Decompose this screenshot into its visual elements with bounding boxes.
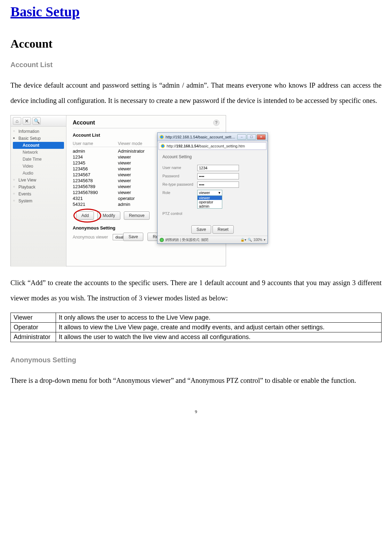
remove-button[interactable]: Remove (124, 211, 150, 220)
sidebar-item-system[interactable]: System (11, 198, 66, 204)
help-icon[interactable]: ? (213, 120, 219, 126)
sidebar-sub-account[interactable]: Account (13, 142, 64, 149)
status-text: 網際網路 | 受保護模式: 關閉 (165, 237, 208, 242)
globe-icon (160, 238, 164, 242)
desc-cell: It allows the user to watch the live vie… (56, 332, 382, 342)
popup-url: http://192.168.1.54/basic_account_settin… (167, 144, 245, 148)
maximize-icon[interactable]: ☐ (247, 134, 256, 140)
sidebar-sub-video[interactable]: Video (11, 163, 66, 170)
desc-cell: It only allows the user to access to the… (56, 313, 382, 323)
cell-mode: viewer (118, 190, 131, 195)
section-heading: Account (10, 37, 382, 50)
cell-user: 123456789 (73, 184, 118, 189)
popup-titlebar-text: http://192.168.1.54/basic_account_settin… (166, 135, 236, 139)
username-field[interactable]: 1234 (197, 165, 239, 171)
home-icon[interactable]: ⌂ (13, 117, 21, 125)
page-number: 9 (10, 409, 382, 414)
table-row: Viewer It only allows the user to access… (11, 313, 382, 323)
retype-field[interactable]: •••• (197, 182, 239, 188)
cell-mode: viewer (118, 154, 131, 160)
ie-icon (160, 144, 165, 148)
tools-icon[interactable]: ✕ (23, 117, 31, 125)
col-username: User name (73, 141, 118, 146)
password-label: Password (162, 173, 197, 178)
sidebar-item-playback[interactable]: Playback (11, 184, 66, 191)
sidebar-list: Information Basic Setup Account Network … (11, 127, 66, 206)
cell-user: 12345678 (73, 178, 118, 183)
role-table: Viewer It only allows the user to access… (10, 313, 382, 342)
role-cell: Viewer (11, 313, 56, 323)
cell-user: 123456 (73, 166, 118, 171)
screenshot-composite: ⌂ ✕ 🔍 Information Basic Setup Account Ne… (10, 115, 226, 268)
cell-mode: operator (118, 196, 135, 201)
chevron-down-icon[interactable]: ▾ (264, 238, 265, 242)
paragraph-anonymous: There is a drop-down menu for both “Anon… (10, 373, 382, 388)
cell-user: 1234567 (73, 172, 118, 177)
cell-user: 12345 (73, 160, 118, 166)
role-select[interactable]: viewer▾ viewer operator admin (197, 190, 222, 209)
cell-mode: viewer (118, 166, 131, 171)
role-option-viewer[interactable]: viewer (198, 196, 222, 200)
desc-cell: It allows to view the Live View page, cr… (56, 323, 382, 332)
zoom-icon[interactable]: 🔍 (248, 238, 252, 242)
role-cell: Operator (11, 323, 56, 332)
close-icon[interactable]: ✕ (257, 134, 266, 140)
cell-user: 1234 (73, 154, 118, 160)
sidebar: ⌂ ✕ 🔍 Information Basic Setup Account Ne… (11, 115, 66, 267)
paragraph-intro: The device default account and password … (10, 78, 382, 108)
popup-titlebar[interactable]: http://192.168.1.54/basic_account_settin… (158, 133, 267, 141)
zoom-text: 100% (253, 238, 262, 242)
cell-user: 54321 (73, 202, 118, 207)
sidebar-toolbar: ⌂ ✕ 🔍 (11, 115, 66, 127)
cell-mode: admin (118, 202, 130, 207)
save-button[interactable]: Save (123, 233, 143, 241)
table-row: Operator It allows to view the Live View… (11, 323, 382, 332)
role-selected-text: viewer (199, 191, 210, 195)
subsection-account-list: Account List (10, 61, 382, 69)
cell-mode: Administrator (118, 148, 145, 154)
cell-mode: viewer (118, 184, 131, 189)
cell-mode: viewer (118, 160, 131, 166)
popup-heading: Account Setting (162, 154, 263, 161)
ie-icon (159, 135, 164, 139)
role-label: Role (162, 190, 197, 195)
popup-urlbar[interactable]: http://192.168.1.54/basic_account_settin… (159, 142, 266, 150)
popup-statusbar: 網際網路 | 受保護模式: 關閉 🔒▾ 🔍 100% ▾ (158, 236, 267, 243)
cell-user: admin (73, 148, 118, 154)
ptz-label: PTZ control (162, 211, 197, 216)
sidebar-item-liveview[interactable]: Live View (11, 177, 66, 184)
security-icon[interactable]: 🔒▾ (240, 238, 246, 242)
search-icon[interactable]: 🔍 (32, 117, 41, 125)
content-title-text: Account (73, 120, 95, 126)
sidebar-sub-network[interactable]: Network (11, 149, 66, 156)
cell-mode: viewer (118, 178, 131, 183)
password-field[interactable]: •••• (197, 173, 239, 179)
cell-user: 1234567890 (73, 190, 118, 195)
subsection-anonymous: Anonymous Setting (10, 356, 382, 364)
role-cell: Administrator (11, 332, 56, 342)
page-title: Basic Setup (10, 3, 382, 20)
table-row: Administrator It allows the user to watc… (11, 332, 382, 342)
role-option-admin[interactable]: admin (198, 204, 222, 208)
sidebar-sub-audio[interactable]: Audio (11, 170, 66, 177)
popup-save-button[interactable]: Save (191, 225, 211, 234)
popup-window: http://192.168.1.54/basic_account_settin… (157, 132, 268, 244)
col-viewermode: Viewer mode (118, 141, 142, 146)
cell-user: 4321 (73, 196, 118, 201)
popup-reset-button[interactable]: Reset (213, 225, 234, 234)
retype-label: Re-type password (162, 182, 197, 186)
sidebar-item-information[interactable]: Information (11, 128, 66, 135)
chevron-down-icon: ▾ (218, 191, 221, 195)
minimize-icon[interactable]: – (237, 134, 246, 140)
role-option-operator[interactable]: operator (198, 200, 222, 204)
username-label: User name (162, 165, 197, 170)
cell-mode: viewer (118, 172, 131, 177)
sidebar-item-basic-setup[interactable]: Basic Setup (11, 135, 66, 142)
sidebar-item-events[interactable]: Events (11, 191, 66, 198)
paragraph-add-desc: Click “Add” to create the accounts to th… (10, 275, 382, 306)
sidebar-sub-datetime[interactable]: Date Time (11, 156, 66, 163)
add-button[interactable]: Add (76, 211, 94, 220)
